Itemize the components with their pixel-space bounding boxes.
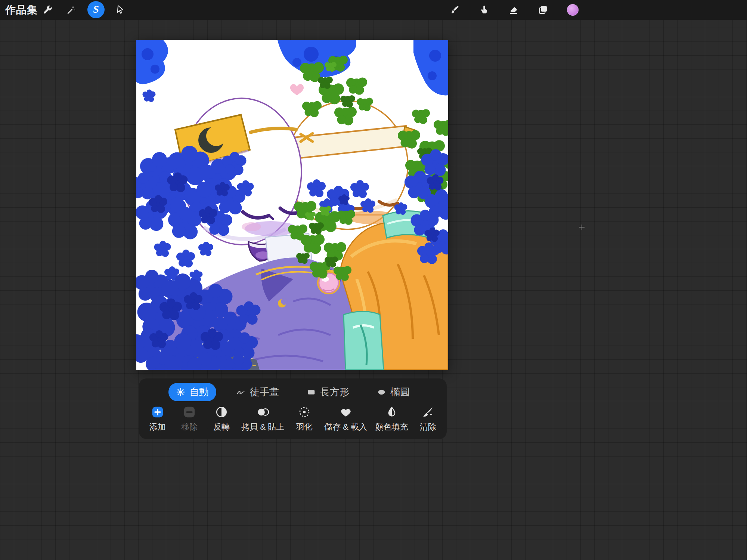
pointer-cursor [579, 225, 585, 230]
paint-drop-icon [385, 405, 398, 419]
ellipse-icon [377, 387, 386, 397]
smudge-finger-icon [479, 4, 489, 15]
adjustments-button[interactable] [63, 1, 80, 18]
action-label: 移除 [181, 421, 198, 433]
gallery-button[interactable]: 作品集 [5, 0, 38, 20]
action-remove: 移除 [177, 405, 201, 433]
action-save-load[interactable]: 儲存 & 載入 [324, 405, 367, 433]
selection-s-icon: S [93, 4, 99, 15]
mode-rectangle[interactable]: 長方形 [299, 383, 357, 401]
arrow-cursor-icon [115, 4, 125, 15]
transform-button[interactable] [112, 1, 129, 18]
mode-label: 自動 [189, 386, 209, 399]
magic-wand-icon [66, 4, 77, 15]
selection-button[interactable]: S [87, 1, 105, 18]
action-label: 顏色填充 [375, 421, 408, 433]
smudge-button[interactable] [475, 1, 493, 18]
feather-icon [298, 405, 311, 419]
invert-icon [215, 405, 228, 419]
action-add[interactable]: 添加 [146, 405, 170, 433]
top-toolbar: 作品集 S [0, 0, 747, 20]
actions-button[interactable] [39, 1, 56, 18]
selection-action-row: 添加 移除 反轉 [146, 405, 440, 433]
mode-label: 橢圓 [390, 386, 410, 399]
selection-panel: 自動 徒手畫 長方形 橢圓 [139, 378, 447, 439]
action-color-fill[interactable]: 顏色填充 [375, 405, 408, 433]
layers-icon [538, 4, 548, 15]
action-label: 羽化 [296, 421, 313, 433]
mode-label: 徒手畫 [250, 386, 279, 399]
right-tool-group [446, 1, 581, 18]
action-copy-paste[interactable]: 拷貝 & 貼上 [241, 405, 284, 433]
artwork-image [136, 40, 448, 370]
wrench-icon [42, 4, 53, 15]
canvas[interactable] [136, 40, 448, 370]
freehand-icon [236, 387, 246, 397]
mode-automatic[interactable]: 自動 [168, 383, 216, 401]
action-label: 清除 [420, 421, 436, 433]
action-label: 儲存 & 載入 [324, 421, 367, 433]
copy-paste-icon [257, 405, 269, 419]
action-clear[interactable]: 清除 [416, 405, 440, 433]
paint-button[interactable] [446, 1, 463, 18]
action-label: 添加 [149, 421, 166, 433]
action-invert[interactable]: 反轉 [210, 405, 233, 433]
action-label: 反轉 [213, 421, 230, 433]
layers-button[interactable] [534, 1, 552, 18]
rectangle-icon [307, 387, 316, 397]
active-color-swatch [567, 4, 579, 16]
color-button[interactable] [564, 1, 581, 18]
mode-ellipse[interactable]: 橢圓 [369, 383, 417, 401]
brush-icon [449, 4, 460, 15]
plus-square-icon [151, 405, 164, 419]
action-feather[interactable]: 羽化 [292, 405, 316, 433]
sweep-brush-icon [422, 405, 434, 419]
left-tool-group: S [39, 1, 129, 18]
eraser-button[interactable] [505, 1, 522, 18]
action-label: 拷貝 & 貼上 [241, 421, 284, 433]
mode-freehand[interactable]: 徒手畫 [229, 383, 286, 401]
eraser-icon [508, 4, 519, 15]
mode-label: 長方形 [320, 386, 349, 399]
minus-square-icon [183, 405, 196, 419]
selection-mode-row: 自動 徒手畫 長方形 橢圓 [168, 383, 417, 400]
heart-icon [340, 405, 352, 419]
starburst-icon [176, 387, 185, 397]
